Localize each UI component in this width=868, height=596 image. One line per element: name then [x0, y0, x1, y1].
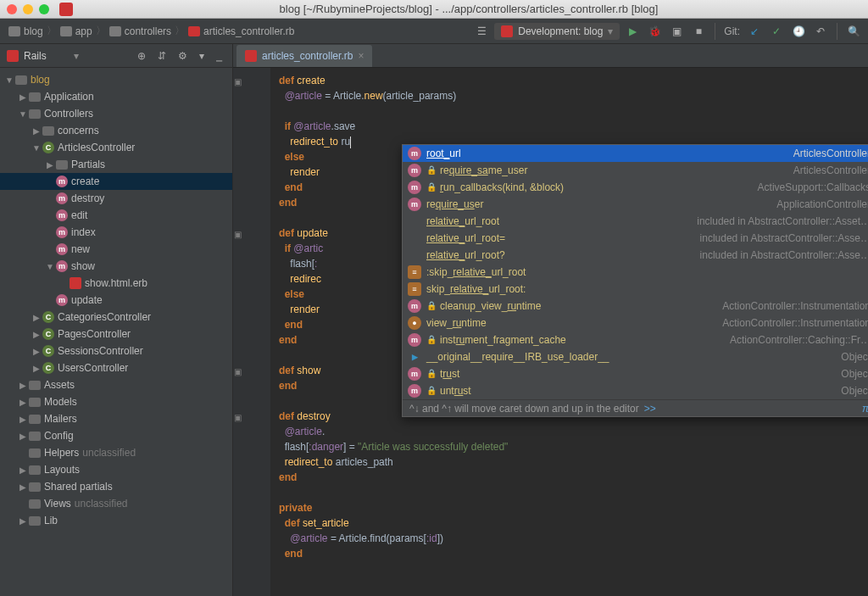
tree-arrow-icon[interactable]: ▶ [31, 347, 42, 356]
gutter-line[interactable] [233, 287, 265, 302]
tree-node[interactable]: ▶concerns [0, 122, 232, 139]
debug-button[interactable]: 🐞 [645, 22, 664, 41]
project-tree[interactable]: ▼blog▶Application▼Controllers▶concerns▼C… [0, 68, 232, 596]
editor-content[interactable]: def create @article = Article.new(articl… [270, 68, 868, 596]
completion-item[interactable]: ≡:skip_relative_url_root [403, 264, 868, 281]
tree-node[interactable]: ▼Controllers [0, 105, 232, 122]
tree-node[interactable]: ▶CPagesController [0, 326, 232, 343]
tree-arrow-icon[interactable]: ▶ [17, 482, 29, 492]
chevron-down-icon[interactable]: ▾ [74, 50, 79, 62]
gutter-line[interactable] [233, 119, 265, 134]
stop-button[interactable]: ■ [689, 22, 708, 41]
completion-item[interactable]: ≡skip_relative_url_root: [403, 281, 868, 298]
tree-arrow-icon[interactable]: ▼ [3, 75, 15, 85]
tree-arrow-icon[interactable]: ▶ [31, 126, 42, 136]
tree-node[interactable]: mindex [0, 224, 232, 241]
tree-node[interactable]: ▶CCategoriesController [0, 309, 232, 326]
code-line[interactable] [279, 485, 868, 500]
tree-node[interactable]: mcreate [0, 173, 232, 190]
editor-tab[interactable]: articles_controller.rb × [236, 45, 372, 67]
code-line[interactable]: def create [279, 73, 868, 88]
gutter-line[interactable] [233, 164, 265, 180]
minimize-window-button[interactable] [23, 4, 33, 14]
tree-node[interactable]: ▼blog [0, 71, 232, 88]
gutter-line[interactable] [233, 149, 265, 164]
gutter-line[interactable] [233, 241, 265, 256]
gutter-line[interactable] [233, 378, 265, 393]
tree-node[interactable]: mupdate [0, 292, 232, 309]
gutter-line[interactable] [233, 195, 265, 210]
tree-node[interactable]: ▶Assets [0, 376, 232, 393]
tree-node[interactable]: ▶Partials [0, 156, 232, 173]
gutter-line[interactable] [233, 180, 265, 195]
tree-arrow-icon[interactable]: ▶ [31, 364, 42, 373]
gutter-line[interactable] [233, 348, 265, 363]
tree-node[interactable]: mdestroy [0, 190, 232, 207]
hide-tool-window-button[interactable]: ⎯ [213, 48, 225, 64]
completion-item[interactable]: m🔒trustObject [403, 365, 868, 382]
gutter-line[interactable] [233, 317, 265, 332]
tree-node[interactable]: ▶Application [0, 88, 232, 105]
gutter-line[interactable] [233, 424, 265, 439]
breadcrumb-item[interactable]: blog [5, 24, 47, 39]
completion-item[interactable]: m🔒cleanup_view_runtimeActionController::… [403, 298, 868, 315]
tree-node[interactable]: ▶Config [0, 427, 232, 444]
completion-item[interactable]: m🔒run_callbacks(kind, &block)ActiveSuppo… [403, 179, 868, 196]
close-window-button[interactable] [7, 4, 17, 14]
gutter-line[interactable] [233, 134, 265, 149]
completion-item[interactable]: relative_url_root?included in AbstractCo… [403, 247, 868, 264]
code-line[interactable]: if @article.save [279, 119, 868, 134]
tree-arrow-icon[interactable]: ▶ [44, 160, 56, 170]
gutter-line[interactable] [233, 271, 265, 287]
tree-node[interactable]: ▶Mailers [0, 410, 232, 427]
tree-node[interactable]: ▼mshow [0, 258, 232, 275]
completion-item[interactable]: mroot_urlArticlesController [403, 145, 868, 162]
tree-node[interactable]: medit [0, 207, 232, 224]
gutter-line[interactable]: ▣ [233, 226, 265, 241]
tree-arrow-icon[interactable]: ▶ [17, 415, 29, 424]
code-line[interactable]: def set_article [279, 515, 868, 531]
git-commit-button[interactable]: ✓ [767, 22, 786, 41]
settings-icon[interactable]: ⚙ [175, 48, 191, 64]
completion-item[interactable]: m🔒require_same_userArticlesController [403, 162, 868, 179]
code-line[interactable]: @article = Article.new(article_params) [279, 88, 868, 103]
tree-node[interactable]: show.html.erb [0, 275, 232, 292]
tree-node[interactable]: ▶Layouts [0, 461, 232, 478]
toggle-tool-window-button[interactable]: ☰ [472, 22, 491, 41]
tree-node[interactable]: ▶CUsersController [0, 359, 232, 376]
tree-node[interactable]: Viewsunclassified [0, 495, 232, 512]
tree-node[interactable]: ▶CSessionsController [0, 343, 232, 359]
gutter-line[interactable] [233, 332, 265, 348]
code-line[interactable]: end [279, 546, 868, 561]
gutter-line[interactable] [233, 439, 265, 454]
close-tab-icon[interactable]: × [358, 50, 364, 62]
tree-node[interactable]: mnew [0, 241, 232, 258]
gutter-line[interactable] [233, 210, 265, 226]
git-update-button[interactable]: ↙ [745, 22, 764, 41]
code-completion-popup[interactable]: mroot_urlArticlesControllerm🔒require_sam… [402, 144, 868, 417]
code-line[interactable]: @article = Article.find(params[:id]) [279, 531, 868, 546]
gutter-line[interactable] [233, 515, 265, 531]
code-line[interactable]: end [279, 470, 868, 485]
gutter-line[interactable] [233, 470, 265, 485]
run-config-selector[interactable]: Development: blog ▾ [494, 23, 620, 40]
gutter-line[interactable] [233, 500, 265, 515]
tree-arrow-icon[interactable]: ▼ [44, 262, 56, 271]
gutter-line[interactable] [233, 302, 265, 317]
maximize-window-button[interactable] [39, 4, 49, 14]
tree-arrow-icon[interactable]: ▶ [17, 465, 29, 475]
tree-arrow-icon[interactable]: ▶ [17, 516, 29, 526]
tree-arrow-icon[interactable]: ▼ [17, 109, 29, 119]
code-line[interactable]: flash[:danger] = "Article was successful… [279, 439, 868, 454]
locate-button[interactable]: ⊕ [134, 48, 149, 64]
gutter-line[interactable] [233, 256, 265, 271]
code-line[interactable] [279, 103, 868, 119]
tree-arrow-icon[interactable]: ▶ [31, 313, 42, 322]
git-revert-button[interactable]: ↶ [811, 22, 830, 41]
tree-arrow-icon[interactable]: ▶ [31, 330, 42, 339]
tree-arrow-icon[interactable]: ▼ [31, 143, 42, 153]
completion-item[interactable]: relative_url_root=included in AbstractCo… [403, 230, 868, 247]
run-button[interactable]: ▶ [623, 22, 642, 41]
tree-arrow-icon[interactable]: ▶ [17, 381, 29, 390]
completion-more-link[interactable]: >> [644, 401, 656, 416]
